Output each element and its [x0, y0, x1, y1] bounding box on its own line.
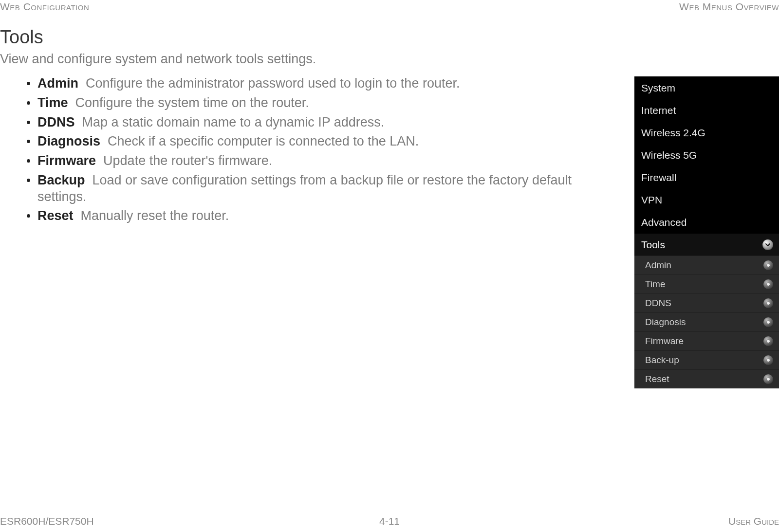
submenu-label: Diagnosis: [645, 317, 686, 328]
submenu-item-ddns[interactable]: DDNS: [634, 294, 779, 312]
item-term: DDNS: [37, 115, 75, 129]
footer-right: User Guide: [728, 515, 779, 527]
menu-item-firewall[interactable]: Firewall: [634, 166, 779, 188]
menu-label: Firewall: [641, 172, 676, 183]
submenu-label: Firmware: [645, 336, 684, 347]
item-term: Time: [37, 95, 68, 110]
item-desc: Configure the system time on the router.: [75, 95, 309, 110]
list-item: Diagnosis Check if a specific computer i…: [27, 133, 615, 150]
chevron-down-icon[interactable]: [762, 239, 773, 250]
submenu-item-firmware[interactable]: Firmware: [634, 331, 779, 350]
list-item: DDNS Map a static domain name to a dynam…: [27, 114, 615, 131]
item-term: Firmware: [37, 153, 96, 168]
item-term: Backup: [37, 173, 85, 187]
bullet-icon: [763, 374, 773, 384]
menu-item-tools[interactable]: Tools: [634, 233, 779, 256]
footer-center: 4-11: [379, 515, 400, 527]
item-term: Admin: [37, 76, 78, 91]
submenu-item-admin[interactable]: Admin: [634, 256, 779, 275]
item-desc: Load or save configuration settings from…: [37, 173, 572, 204]
menu-label: VPN: [641, 194, 662, 206]
list-item: Admin Configure the administrator passwo…: [27, 75, 615, 92]
menu-label: Wireless 2.4G: [641, 127, 705, 139]
list-item: Time Configure the system time on the ro…: [27, 95, 615, 111]
submenu-label: DDNS: [645, 298, 671, 309]
header-right: Web Menus Overview: [679, 1, 779, 13]
menu-label: Tools: [641, 239, 665, 251]
item-term: Diagnosis: [37, 134, 100, 148]
header-left: Web Configuration: [0, 1, 89, 13]
item-desc: Check if a specific computer is connecte…: [108, 134, 419, 148]
tools-list: Admin Configure the administrator passwo…: [0, 75, 615, 224]
item-term: Reset: [37, 208, 74, 223]
menu-item-system[interactable]: System: [634, 76, 779, 99]
list-item: Backup Load or save configuration settin…: [27, 172, 615, 205]
footer-left: ESR600H/ESR750H: [0, 515, 94, 527]
submenu-item-diagnosis[interactable]: Diagnosis: [634, 312, 779, 331]
bullet-icon: [763, 298, 773, 308]
menu-label: Advanced: [641, 217, 686, 228]
menu-item-wireless-24g[interactable]: Wireless 2.4G: [634, 121, 779, 144]
bullet-icon: [763, 317, 773, 327]
item-desc: Update the router's firmware.: [103, 153, 272, 168]
submenu-label: Time: [645, 279, 666, 290]
submenu-label: Reset: [645, 374, 669, 385]
list-item: Firmware Update the router's firmware.: [27, 153, 615, 169]
list-item: Reset Manually reset the router.: [27, 208, 615, 224]
menu-item-vpn[interactable]: VPN: [634, 188, 779, 211]
item-desc: Configure the administrator password use…: [86, 76, 460, 91]
menu-label: System: [641, 82, 675, 94]
menu-item-wireless-5g[interactable]: Wireless 5G: [634, 144, 779, 166]
menu-label: Internet: [641, 105, 676, 116]
bullet-icon: [763, 336, 773, 346]
menu-label: Wireless 5G: [641, 149, 697, 161]
bullet-icon: [763, 260, 773, 270]
item-desc: Manually reset the router.: [81, 208, 229, 223]
router-menu-screenshot: System Internet Wireless 2.4G Wireless 5…: [634, 76, 779, 388]
bullet-icon: [763, 279, 773, 289]
submenu-label: Back-up: [645, 355, 679, 366]
section-title: Tools: [0, 27, 779, 48]
submenu-item-time[interactable]: Time: [634, 275, 779, 294]
section-subtitle: View and configure system and network to…: [0, 52, 779, 67]
submenu-label: Admin: [645, 260, 671, 271]
bullet-icon: [763, 355, 773, 365]
menu-item-internet[interactable]: Internet: [634, 99, 779, 121]
menu-item-advanced[interactable]: Advanced: [634, 211, 779, 233]
item-desc: Map a static domain name to a dynamic IP…: [82, 115, 385, 129]
submenu-item-backup[interactable]: Back-up: [634, 350, 779, 369]
submenu-item-reset[interactable]: Reset: [634, 369, 779, 388]
